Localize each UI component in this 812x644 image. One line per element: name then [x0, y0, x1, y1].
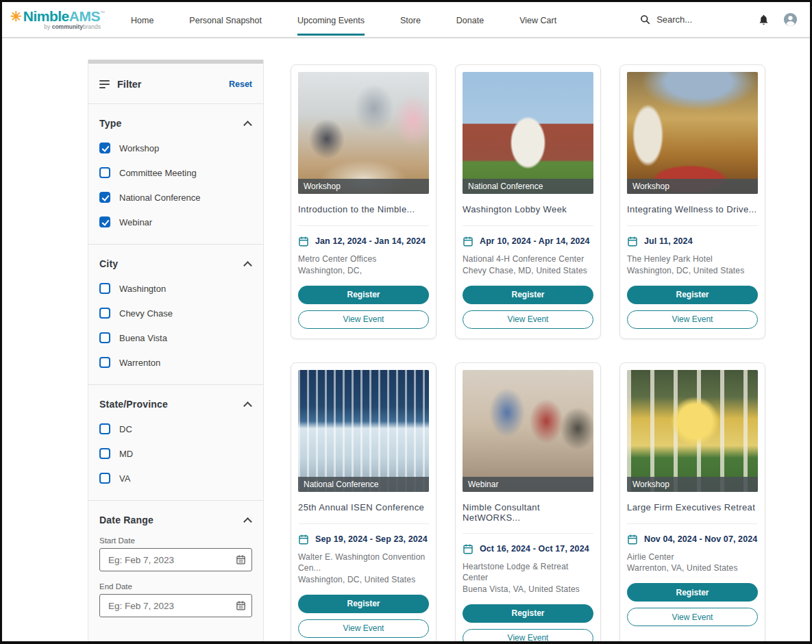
filter-option-washington[interactable]: Washington: [99, 283, 252, 294]
checkbox[interactable]: [99, 357, 110, 368]
register-button[interactable]: Register: [627, 286, 758, 304]
event-type-badge: Workshop: [298, 179, 429, 194]
event-location: Airlie CenterWarrenton, VA, United State…: [627, 552, 758, 575]
checkbox[interactable]: [99, 143, 110, 153]
calendar-icon: [298, 534, 309, 545]
filter-option-dc[interactable]: DC: [99, 423, 252, 434]
event-type-badge: National Conference: [463, 179, 593, 194]
register-button[interactable]: Register: [298, 286, 429, 304]
chevron-up-icon: [243, 401, 252, 410]
logo-text-nimble: Nimble: [23, 9, 69, 23]
nimble-ams-logo[interactable]: ✳ Nimble AMS ™ by communitybrands: [10, 9, 105, 30]
checkbox[interactable]: [99, 332, 110, 343]
checkbox[interactable]: [99, 448, 110, 459]
nav-item-home[interactable]: Home: [131, 3, 153, 36]
event-image: National Conference: [298, 370, 429, 492]
checkbox[interactable]: [99, 192, 110, 203]
register-button[interactable]: Register: [627, 583, 758, 602]
calendar-icon: [463, 236, 473, 247]
event-card: Workshop Integrating Wellness to Drive..…: [619, 64, 765, 339]
filter-section-title: City: [99, 258, 118, 269]
start-date-label: Start Date: [99, 536, 252, 545]
end-date-input[interactable]: [99, 594, 252, 617]
notifications-bell-icon[interactable]: [758, 14, 770, 26]
logo-star-icon: ✳: [10, 10, 22, 23]
end-date-label: End Date: [99, 582, 252, 591]
view-event-button[interactable]: View Event: [463, 629, 593, 644]
filter-section-title: Date Range: [99, 515, 153, 525]
filter-option-webinar[interactable]: Webinar: [99, 216, 252, 227]
top-nav-bar: ✳ Nimble AMS ™ by communitybrands Home P…: [2, 2, 810, 38]
event-card: Webinar Nimble Consultant NetWORKS... Oc…: [455, 362, 601, 644]
checkbox-label: DC: [119, 424, 132, 434]
filter-section-type-toggle[interactable]: Type: [99, 118, 252, 129]
event-image: Workshop: [298, 72, 429, 194]
filter-title: Filter: [117, 79, 141, 90]
view-event-button[interactable]: View Event: [463, 310, 593, 329]
event-location: The Henley Park HotelWashington, DC, Uni…: [627, 253, 758, 277]
view-event-button[interactable]: View Event: [627, 310, 758, 329]
calendar-icon: [627, 534, 638, 545]
filter-option-md[interactable]: MD: [99, 448, 252, 459]
filter-option-warrenton[interactable]: Warrenton: [99, 357, 252, 368]
filter-section-state-toggle[interactable]: State/Province: [99, 399, 252, 410]
filter-header: Filter Reset: [88, 64, 263, 103]
filter-reset-button[interactable]: Reset: [229, 79, 252, 89]
calendar-icon[interactable]: [236, 554, 246, 567]
filter-section-type: Type Workshop Committee Meeting National…: [88, 104, 263, 244]
calendar-icon[interactable]: [236, 600, 246, 613]
checkbox-label: Warrenton: [119, 358, 160, 368]
event-type-badge: National Conference: [298, 477, 429, 492]
checkbox[interactable]: [99, 473, 110, 484]
filter-section-date-range-toggle[interactable]: Date Range: [99, 515, 252, 525]
filter-option-national-conference[interactable]: National Conference: [99, 192, 252, 203]
logo-tagline: by communitybrands: [44, 24, 101, 30]
app-window: ✳ Nimble AMS ™ by communitybrands Home P…: [0, 0, 812, 644]
filter-section-city-toggle[interactable]: City: [99, 258, 252, 269]
user-avatar[interactable]: [783, 12, 798, 27]
filter-section-title: State/Province: [99, 399, 168, 410]
event-date: Oct 16, 2024 - Oct 17, 2024: [480, 544, 589, 554]
event-type-badge: Workshop: [627, 179, 758, 194]
event-date: Jul 11, 2024: [644, 236, 693, 246]
filter-option-buena-vista[interactable]: Buena Vista: [99, 332, 252, 343]
register-button[interactable]: Register: [463, 286, 593, 304]
filter-option-va[interactable]: VA: [99, 473, 252, 484]
event-type-badge: Webinar: [463, 477, 593, 492]
checkbox[interactable]: [99, 308, 110, 319]
nav-item-view-cart[interactable]: View Cart: [519, 3, 556, 36]
logo-trademark: ™: [100, 10, 105, 15]
register-button[interactable]: Register: [298, 595, 429, 613]
view-event-button[interactable]: View Event: [627, 608, 758, 626]
events-grid: Workshop Introduction to the Nimble... J…: [291, 38, 770, 644]
search-input[interactable]: [656, 14, 746, 25]
header-actions: [758, 12, 798, 27]
event-location: National 4-H Conference CenterChevy Chas…: [463, 253, 593, 277]
nav-item-donate[interactable]: Donate: [456, 3, 484, 36]
checkbox-label: Workshop: [119, 143, 159, 153]
event-title: Washington Lobby Week: [463, 204, 593, 215]
start-date-input[interactable]: [99, 548, 252, 571]
events-row: Workshop Introduction to the Nimble... J…: [291, 64, 770, 339]
logo-text-ams: AMS: [69, 9, 100, 23]
nav-item-store[interactable]: Store: [400, 3, 421, 36]
calendar-icon: [627, 236, 638, 247]
checkbox[interactable]: [99, 216, 110, 227]
view-event-button[interactable]: View Event: [298, 310, 429, 329]
filter-option-workshop[interactable]: Workshop: [99, 143, 252, 153]
filter-option-chevy-chase[interactable]: Chevy Chase: [99, 308, 252, 319]
checkbox[interactable]: [99, 423, 110, 434]
event-title: Large Firm Executives Retreat: [627, 502, 758, 513]
checkbox[interactable]: [99, 167, 110, 178]
event-image: Workshop: [627, 72, 758, 194]
event-title: Integrating Wellness to Drive...: [627, 204, 758, 215]
nav-item-personal-snapshot[interactable]: Personal Snapshot: [189, 3, 262, 36]
view-event-button[interactable]: View Event: [298, 619, 429, 638]
global-search: [640, 14, 746, 25]
nav-item-upcoming-events[interactable]: Upcoming Events: [297, 3, 365, 36]
checkbox[interactable]: [99, 283, 110, 294]
filter-section-date-range: Date Range Start Date End Date: [88, 501, 263, 634]
filter-option-committee-meeting[interactable]: Committee Meeting: [99, 167, 252, 178]
register-button[interactable]: Register: [463, 604, 593, 623]
event-card: National Conference 25th Annual ISEN Con…: [291, 362, 436, 644]
